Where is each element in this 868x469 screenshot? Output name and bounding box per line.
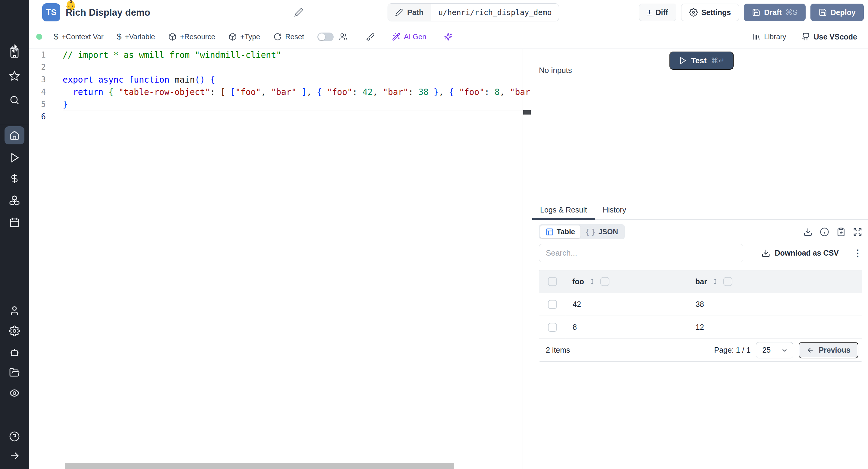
code-line: 5}: [29, 98, 532, 111]
add-context-var-label: +Context Var: [62, 33, 104, 41]
github-icon: [802, 33, 810, 41]
chevron-down-icon: [781, 347, 788, 354]
table-footer: 2 items Page: 1 / 1 25 Previous: [539, 339, 862, 362]
items-count: 2 items: [546, 346, 570, 354]
draft-button[interactable]: Draft ⌘S: [744, 4, 805, 21]
test-button[interactable]: Test ⌘↵: [670, 52, 734, 70]
code-line: 1// import * as wmill from "windmill-cli…: [29, 49, 532, 61]
draft-label: Draft: [764, 8, 781, 17]
package-icon: [168, 33, 177, 41]
code-editor[interactable]: 1// import * as wmill from "windmill-cli…: [29, 49, 532, 469]
code-line-content: [63, 111, 532, 123]
expand-fullscreen-icon[interactable]: [853, 227, 862, 237]
download-icon: [761, 249, 770, 258]
path-value: u/henri/rich_display_demo: [431, 4, 559, 21]
tab-history[interactable]: History: [595, 200, 634, 219]
column-header-foo[interactable]: foo: [572, 277, 584, 286]
diff-button[interactable]: ± Diff: [639, 4, 676, 21]
top-actions: ± Diff Settings Draft ⌘S Deploy: [639, 4, 864, 21]
reset-button[interactable]: Reset: [273, 33, 304, 41]
add-variable-button[interactable]: $ +Variable: [117, 32, 155, 41]
sort-icon[interactable]: [589, 278, 595, 285]
table-controls-row: Download as CSV ⋮: [539, 244, 862, 262]
row-checkbox[interactable]: [548, 300, 557, 309]
code-line: 6: [29, 111, 532, 123]
deploy-button[interactable]: Deploy: [810, 4, 864, 21]
info-icon[interactable]: [820, 227, 829, 237]
search-icon[interactable]: [0, 91, 29, 109]
previous-label: Previous: [818, 346, 850, 354]
play-icon: [678, 56, 687, 65]
add-context-var-button[interactable]: $ +Context Var: [54, 32, 104, 41]
package-icon: [228, 33, 237, 41]
line-number: 5: [29, 98, 63, 111]
multiplayer-users-icon[interactable]: [339, 33, 347, 41]
download-result-icon[interactable]: [803, 227, 812, 237]
add-type-button[interactable]: +Type: [228, 33, 260, 41]
variables-dollar-icon[interactable]: [0, 170, 29, 188]
sort-icon[interactable]: [712, 278, 718, 285]
code-line: 3export async function main() {: [29, 73, 532, 86]
add-resource-button[interactable]: +Resource: [168, 33, 215, 41]
audit-eye-icon[interactable]: [0, 384, 29, 402]
diff-mode-toggle[interactable]: [317, 33, 334, 41]
result-body: Table { } JSON Dow: [532, 220, 868, 469]
ai-gen-button[interactable]: AI Gen: [392, 33, 427, 41]
schedules-calendar-icon[interactable]: [0, 213, 29, 231]
copy-to-clipboard-icon[interactable]: [836, 227, 846, 237]
page-size-select[interactable]: 25: [756, 342, 793, 358]
test-label: Test: [691, 56, 707, 65]
edit-summary-pencil-icon[interactable]: [294, 8, 303, 18]
indent-guide: [63, 86, 63, 98]
table-row[interactable]: 4238: [539, 293, 862, 316]
previous-page-button[interactable]: Previous: [799, 342, 858, 358]
users-person-icon[interactable]: [0, 302, 29, 320]
workers-robot-icon[interactable]: [0, 343, 29, 361]
draft-shortcut: ⌘S: [785, 8, 798, 17]
line-number: 3: [29, 73, 63, 86]
column-header-bar[interactable]: bar: [695, 277, 707, 286]
library-button[interactable]: Library: [752, 33, 786, 41]
home-icon[interactable]: [0, 126, 29, 145]
download-csv-button[interactable]: Download as CSV: [761, 249, 839, 258]
preview-panel: Test ⌘↵ No inputs Logs & Result History …: [532, 49, 868, 469]
runs-play-icon[interactable]: [0, 149, 29, 167]
more-options-kebab-icon[interactable]: ⋮: [853, 249, 862, 258]
use-vscode-button[interactable]: Use VScode: [802, 33, 857, 41]
toolbar-right: Library Use VScode: [752, 33, 857, 41]
resources-boxes-icon[interactable]: [0, 191, 29, 210]
help-icon[interactable]: [0, 428, 29, 445]
row-checkbox[interactable]: [548, 323, 557, 332]
view-table-button[interactable]: Table: [540, 225, 581, 238]
settings-button[interactable]: Settings: [681, 4, 739, 21]
view-table-label: Table: [557, 227, 575, 236]
search-input[interactable]: [539, 244, 743, 262]
sparkles-icon[interactable]: [444, 33, 453, 41]
path-chip[interactable]: Path u/henri/rich_display_demo: [388, 3, 559, 22]
dollar-icon: $: [117, 32, 122, 41]
view-json-label: JSON: [598, 227, 618, 236]
line-number: 2: [29, 61, 63, 73]
tab-logs-result[interactable]: Logs & Result: [532, 200, 595, 219]
magic-wand-icon: [392, 33, 401, 41]
workspace-icon[interactable]: [0, 44, 29, 62]
code-line: 2: [29, 61, 532, 73]
horizontal-scrollbar[interactable]: [65, 463, 454, 469]
format-brush-icon[interactable]: [366, 33, 375, 41]
code-line: 4 return { "table-row-object": [ ["foo",…: [29, 86, 532, 98]
path-edit-section[interactable]: Path: [388, 4, 431, 21]
view-json-button[interactable]: { } JSON: [581, 225, 624, 238]
library-icon: [752, 33, 761, 41]
folders-icon[interactable]: [0, 364, 29, 382]
select-all-checkbox[interactable]: [548, 277, 557, 286]
table-row[interactable]: 812: [539, 316, 862, 339]
table-body: 4238812: [539, 293, 862, 339]
expand-sidebar-arrow-icon[interactable]: [0, 447, 29, 465]
column-toggle-foo[interactable]: [600, 277, 610, 286]
favorites-star-icon[interactable]: [0, 67, 29, 85]
diff-label: Diff: [655, 8, 668, 17]
settings-gear-icon[interactable]: [0, 322, 29, 340]
code-line-content: }: [63, 98, 532, 111]
line-number: 1: [29, 49, 63, 61]
column-toggle-bar[interactable]: [723, 277, 733, 286]
